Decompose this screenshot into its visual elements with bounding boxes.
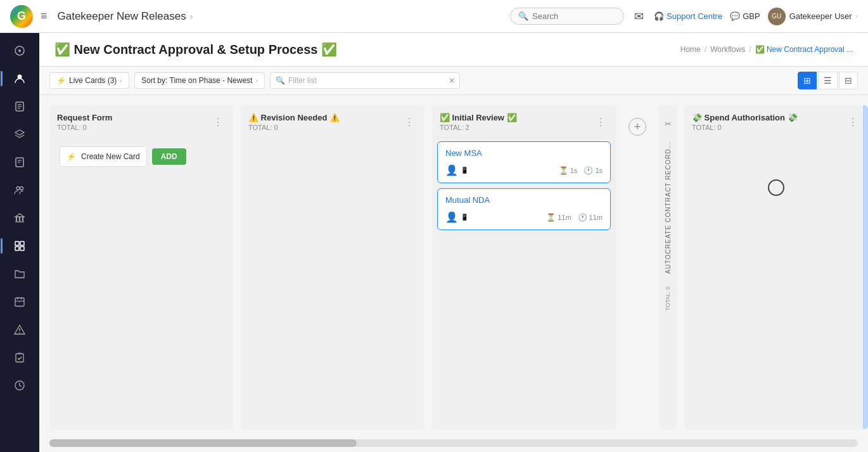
column-menu-revision-needed[interactable]: ⋮: [402, 115, 417, 129]
main-content: ✅ New Contract Approval & Setup Process …: [39, 33, 868, 452]
top-nav: G ≡ Gatekeeper New Releases › 🔍 ✉ 🎧 Supp…: [0, 0, 868, 33]
column-menu-initial-review[interactable]: ⋮: [593, 115, 608, 129]
board-container: Request Form TOTAL: 0 ⋮ ⚡ Create New Car…: [39, 95, 868, 439]
column-initial-review: ✅ Initial Review ✅ TOTAL: 2 ⋮ New MSA 👤 …: [432, 105, 616, 429]
hamburger-icon[interactable]: ≡: [41, 10, 48, 23]
card-avatar-new-msa: 👤 📱: [445, 164, 468, 176]
autocreate-label: AUTOCREATE CONTRACT RECORD...: [662, 134, 674, 281]
breadcrumb-home[interactable]: Home: [680, 45, 701, 54]
column-spend-auth: 💸 Spend Authorisation 💸 TOTAL: 0 ⋮: [684, 105, 868, 429]
create-card-row: ⚡ Create New Card ADD: [54, 141, 228, 172]
currency-selector[interactable]: 💬 GBP: [730, 11, 760, 21]
column-body-revision-needed: [241, 136, 424, 429]
filter-search-icon: 🔍: [276, 76, 285, 85]
card-title-new-msa: New MSA: [445, 148, 603, 158]
hourglass-icon: ⏳: [559, 166, 568, 175]
column-request-form: Request Form TOTAL: 0 ⋮ ⚡ Create New Car…: [49, 105, 233, 429]
hourglass-icon-2: ⏳: [546, 213, 556, 222]
svg-rect-18: [15, 242, 19, 245]
column-menu-spend-auth[interactable]: ⋮: [845, 115, 860, 129]
page-title: ✅ New Contract Approval & Setup Process …: [54, 42, 337, 57]
breadcrumb-current: ✅ New Contract Approval ...: [755, 45, 853, 54]
partial-edge: [863, 105, 868, 429]
breadcrumb-workflows[interactable]: Workflows: [710, 45, 745, 54]
column-title-initial-review: ✅ Initial Review ✅: [440, 113, 517, 122]
column-total-initial-review: TOTAL: 2: [440, 124, 517, 131]
cursor-indicator: [689, 179, 863, 196]
sidebar-item-grid[interactable]: [6, 233, 34, 259]
user-menu[interactable]: GU Gatekeeper User ›: [768, 8, 858, 25]
mail-icon[interactable]: ✉: [632, 7, 646, 26]
search-bar[interactable]: 🔍: [510, 8, 624, 25]
column-autocreate: ✂ AUTOCREATE CONTRACT RECORD... TOTAL: 0: [659, 105, 677, 429]
breadcrumb-sep-2: /: [749, 45, 751, 54]
sort-button[interactable]: Sort by: Time on Phase - Newest ›: [134, 72, 265, 89]
breadcrumb: Home / Workflows / ✅ New Contract Approv…: [680, 45, 853, 54]
user-chevron-icon: ›: [856, 13, 858, 20]
live-cards-chevron-icon: ›: [120, 77, 122, 84]
sidebar-item-contracts[interactable]: [6, 94, 34, 119]
create-new-card-input[interactable]: ⚡ Create New Card: [60, 146, 147, 167]
column-header-revision-needed: ⚠️ Revision Needed ⚠️ TOTAL: 0 ⋮: [241, 105, 424, 136]
app-logo[interactable]: G: [10, 5, 33, 28]
sidebar-item-calendar[interactable]: [6, 289, 34, 314]
horizontal-scrollbar[interactable]: [49, 439, 858, 447]
filter-clear-button[interactable]: ×: [449, 75, 454, 86]
svg-rect-16: [22, 217, 23, 221]
sort-chevron-icon: ›: [255, 77, 258, 84]
total-time-mutual-nda: 🕐 11m: [578, 213, 603, 222]
svg-marker-7: [15, 130, 24, 135]
scissors-icon: ✂: [665, 114, 672, 134]
svg-point-1: [18, 49, 21, 52]
add-column-button-area: +: [623, 105, 651, 429]
sidebar-item-reports[interactable]: [6, 150, 34, 175]
list-view-button[interactable]: ☰: [818, 72, 838, 89]
svg-rect-21: [20, 247, 24, 250]
page-header: ✅ New Contract Approval & Setup Process …: [39, 33, 868, 67]
svg-rect-19: [20, 242, 24, 245]
sidebar-item-history[interactable]: [6, 373, 34, 398]
add-card-button[interactable]: ADD: [152, 148, 186, 165]
user-icon: 👤: [445, 164, 458, 176]
card-title-mutual-nda: Mutual NDA: [445, 195, 603, 205]
column-menu-request-form[interactable]: ⋮: [210, 115, 226, 129]
grid-view-button[interactable]: ⊞: [798, 72, 817, 89]
sidebar-item-clipboard[interactable]: [6, 345, 34, 370]
column-title-revision-needed: ⚠️ Revision Needed ⚠️: [248, 113, 340, 122]
time-on-phase-mutual-nda: ⏳ 11m: [546, 213, 571, 222]
live-cards-button[interactable]: ⚡ Live Cards (3) ›: [49, 72, 129, 89]
card-mutual-nda[interactable]: Mutual NDA 👤 📱 ⏳ 11m 🕐: [437, 188, 611, 230]
total-time-new-msa: 🕐 1s: [584, 166, 603, 175]
card-footer-mutual-nda: 👤 📱 ⏳ 11m 🕐 11m: [445, 211, 603, 223]
sidebar-item-people[interactable]: [6, 178, 34, 203]
support-centre[interactable]: 🎧 Support Centre: [654, 11, 722, 21]
flash-icon: ⚡: [56, 76, 66, 85]
card-new-msa[interactable]: New MSA 👤 📱 ⏳ 1s 🕐: [437, 141, 611, 183]
svg-rect-30: [16, 354, 23, 362]
column-title-spend-auth: 💸 Spend Authorisation 💸: [692, 113, 798, 122]
sidebar-item-users[interactable]: [6, 66, 34, 91]
view-toggle: ⊞ ☰ ⊟: [798, 72, 858, 89]
breadcrumb-sep-1: /: [705, 45, 706, 54]
sidebar-item-layers[interactable]: [6, 122, 34, 147]
filter-bar[interactable]: 🔍 Filter list ×: [270, 72, 460, 89]
filter-view-button[interactable]: ⊟: [839, 72, 858, 89]
column-total-request-form: TOTAL: 0: [57, 124, 112, 131]
column-header-request-form: Request Form TOTAL: 0 ⋮: [49, 105, 233, 136]
svg-point-26: [19, 301, 20, 302]
search-input[interactable]: [532, 11, 608, 21]
sidebar-item-folder[interactable]: [6, 261, 34, 287]
card-avatar-mutual-nda: 👤 📱: [445, 211, 468, 223]
toolbar: ⚡ Live Cards (3) › Sort by: Time on Phas…: [39, 67, 868, 95]
user-icon-2: 👤: [445, 211, 458, 223]
app-title-chevron: ›: [190, 11, 193, 22]
svg-rect-15: [19, 217, 20, 221]
sidebar-item-dashboard[interactable]: [6, 38, 34, 63]
column-body-initial-review: New MSA 👤 📱 ⏳ 1s 🕐: [432, 136, 616, 429]
card-meta-mutual-nda: ⏳ 11m 🕐 11m: [546, 213, 603, 222]
svg-point-12: [20, 187, 23, 190]
add-column-button[interactable]: +: [629, 118, 646, 136]
sidebar-item-bank[interactable]: [6, 205, 34, 231]
svg-marker-13: [15, 214, 24, 217]
sidebar-item-alert[interactable]: [6, 317, 34, 342]
